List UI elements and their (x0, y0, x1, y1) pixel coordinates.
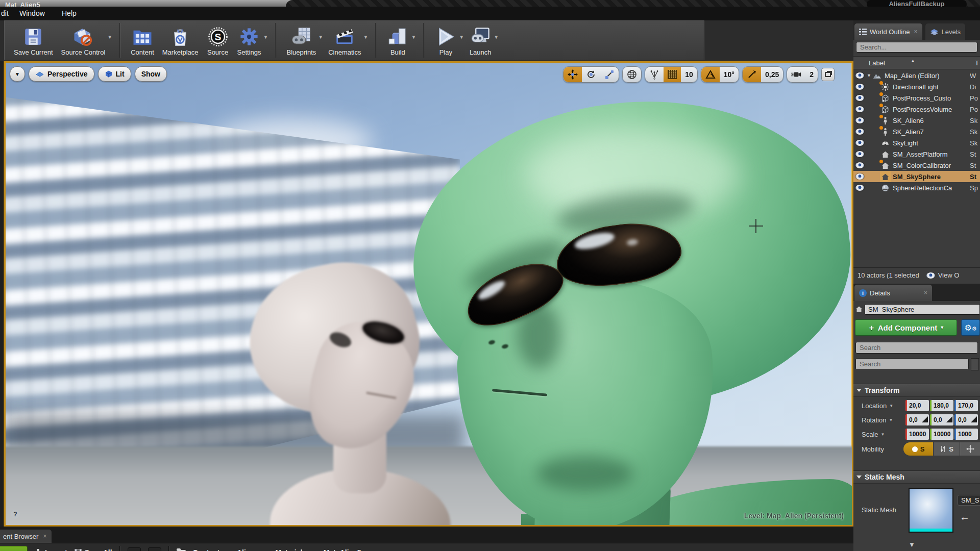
location-x-field[interactable]: 20,0 (905, 400, 929, 411)
blueprints-dropdown-icon[interactable]: ▼ (318, 34, 323, 40)
mobility-stationary-button[interactable]: S (933, 442, 960, 456)
rotation-snap-value[interactable]: 10° (720, 67, 739, 82)
expand-caret-icon[interactable]: ▼ (867, 73, 873, 78)
visibility-eye-icon[interactable] (855, 173, 864, 180)
mobility-static-button[interactable]: S (903, 442, 933, 456)
source-control-button[interactable]: Source Control (57, 23, 110, 58)
outliner-row-map-alien[interactable]: ▼ Map_Alien (Editor) W (853, 70, 980, 81)
source-button[interactable]: S Source (203, 23, 233, 58)
rotate-tool-button[interactable] (582, 67, 600, 82)
outliner-row-sm-colorcalibrator[interactable]: SM_ColorCalibrator St (853, 160, 980, 171)
tab-world-outliner[interactable]: World Outline × (854, 23, 922, 40)
outliner-search-input[interactable]: Search... (856, 42, 977, 53)
menu-help[interactable]: Help (62, 9, 77, 17)
content-button[interactable]: Content (127, 23, 158, 58)
visibility-eye-icon[interactable] (855, 106, 864, 112)
location-label[interactable]: Location▼ (853, 402, 905, 410)
viewport-options-dropdown[interactable]: ▼ (10, 66, 25, 82)
label-column-header[interactable]: Label (869, 59, 885, 67)
marketplace-button[interactable]: Marketplace (158, 23, 203, 58)
settings-dropdown-icon[interactable]: ▼ (263, 34, 268, 40)
camera-speed-button[interactable] (787, 67, 805, 82)
rotation-label[interactable]: Rotation▼ (853, 416, 905, 424)
visibility-eye-icon[interactable] (855, 162, 864, 168)
scale-snap-toggle[interactable] (743, 67, 761, 82)
new-asset-button[interactable]: New ▼ (0, 546, 28, 551)
perspective-button[interactable]: Perspective (29, 66, 94, 82)
world-coordinate-button[interactable] (623, 67, 641, 82)
visibility-eye-icon[interactable] (855, 151, 864, 157)
location-y-field[interactable]: 180,0 (930, 400, 953, 411)
outliner-row-skylight[interactable]: SkyLight Sk (853, 137, 980, 148)
mobility-movable-button[interactable] (960, 442, 980, 456)
grid-snap-toggle[interactable] (664, 67, 681, 82)
static-mesh-thumbnail[interactable] (909, 488, 953, 533)
outliner-row-directionallight[interactable]: DirectionalLight Di (853, 81, 980, 92)
blueprints-button[interactable]: Blueprints (282, 23, 320, 58)
outliner-row-postprocess-custom[interactable]: PostProcess_Custo Po (853, 92, 980, 104)
breadcrumb-mat-alien5[interactable]: Mat_Alien5 (324, 548, 361, 551)
scale-label[interactable]: Scale▼ (853, 431, 905, 438)
scale-y-field[interactable]: 10000 (930, 429, 953, 440)
show-button[interactable]: Show (135, 66, 167, 82)
project-name-button[interactable]: AliensFullBackup (867, 0, 967, 7)
visibility-eye-icon[interactable] (855, 95, 864, 101)
settings-button[interactable]: Settings (233, 23, 265, 58)
breadcrumb-content[interactable]: Content (193, 548, 220, 551)
build-button[interactable]: Build (382, 23, 413, 58)
lit-mode-button[interactable]: Lit (98, 66, 131, 82)
details-search-input[interactable]: Search (855, 342, 978, 354)
slider-widget-icon[interactable] (922, 416, 928, 422)
type-column-header[interactable]: T (975, 59, 979, 67)
details-search-input-2[interactable]: Search (855, 358, 969, 370)
close-icon[interactable]: × (914, 28, 918, 35)
add-component-button[interactable]: ＋ Add Component ▼ (855, 319, 957, 336)
camera-speed-value[interactable]: 2 (805, 67, 818, 82)
search-filter-button[interactable] (971, 358, 979, 370)
close-icon[interactable]: × (43, 533, 46, 540)
back-button[interactable]: ◀ (128, 547, 141, 551)
play-dropdown-icon[interactable]: ▼ (459, 34, 464, 40)
rotation-z-field[interactable]: 0,0 (954, 414, 978, 425)
visibility-eye-icon[interactable] (855, 84, 864, 90)
outliner-row-sm-skysphere[interactable]: SM_SkySphere St (853, 171, 980, 182)
visibility-eye-icon[interactable] (855, 117, 864, 123)
edit-blueprint-button[interactable]: ⚙⚙ (961, 319, 980, 336)
visibility-eye-icon[interactable] (855, 129, 864, 135)
save-all-button[interactable]: Save All (75, 548, 112, 551)
rotation-snap-toggle[interactable] (701, 67, 720, 82)
static-mesh-section-header[interactable]: Static Mesh (853, 470, 980, 484)
static-mesh-asset-dropdown[interactable]: SM_S (958, 495, 980, 506)
tab-levels[interactable]: Levels (925, 23, 966, 40)
transform-section-header[interactable]: Transform (853, 384, 980, 397)
play-button[interactable]: Play (430, 23, 461, 58)
use-selected-asset-icon[interactable]: ← (960, 511, 970, 523)
visibility-eye-icon[interactable] (855, 72, 864, 79)
forward-button[interactable]: ▶ (148, 547, 161, 551)
scale-snap-value[interactable]: 0,25 (761, 67, 783, 82)
cinematics-button[interactable]: Cinematics (324, 23, 365, 58)
rotation-y-field[interactable]: 0,0 (930, 414, 953, 425)
snap-widget-button[interactable] (645, 67, 664, 82)
level-viewport[interactable]: ▼ Perspective Lit Show (4, 61, 853, 527)
scale-x-field[interactable]: 10000 (905, 429, 929, 440)
cinematics-dropdown-icon[interactable]: ▼ (363, 34, 368, 40)
outliner-row-postprocess-volume[interactable]: PostProcessVolume Po (853, 104, 980, 115)
location-z-field[interactable]: 170,0 (954, 400, 978, 411)
slider-widget-icon[interactable] (971, 416, 977, 422)
close-icon[interactable]: × (924, 289, 927, 296)
grid-snap-value[interactable]: 10 (681, 67, 697, 82)
menu-window[interactable]: Window (19, 9, 45, 17)
slider-widget-icon[interactable] (946, 416, 952, 422)
scale-z-field[interactable]: 1000 (954, 429, 978, 440)
tab-details[interactable]: i Details × (854, 285, 932, 301)
launch-dropdown-icon[interactable]: ▼ (494, 34, 499, 40)
outliner-column-header[interactable]: Label ▲ T (853, 56, 980, 69)
visibility-eye-icon[interactable] (855, 185, 864, 191)
outliner-row-sk-alien7[interactable]: SK_Alien7 Sk (853, 126, 980, 137)
scroll-more-chevron-icon[interactable]: ▼ (909, 541, 915, 548)
visibility-eye-icon[interactable] (855, 140, 864, 146)
outliner-row-sk-alien6[interactable]: SK_Alien6 Sk (853, 115, 980, 126)
source-control-dropdown-icon[interactable]: ▼ (107, 34, 112, 40)
outliner-row-sm-assetplatform[interactable]: SM_AssetPlatform St (853, 148, 980, 160)
